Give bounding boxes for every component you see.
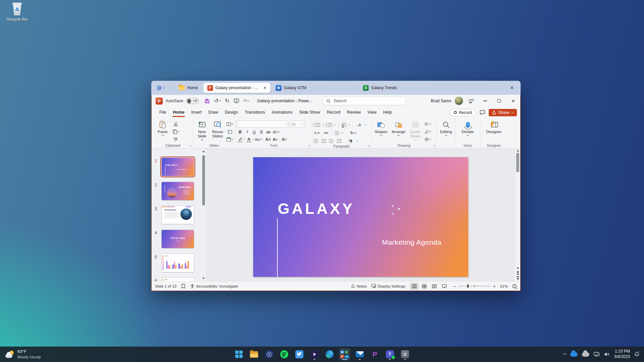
slideshow-view-button[interactable]	[440, 283, 449, 290]
new-slide-button[interactable]: New Slide	[195, 119, 210, 141]
loop-button[interactable]: P	[370, 348, 380, 360]
microsoft-365-button[interactable]: WXP	[339, 348, 350, 360]
next-slide-button[interactable]	[517, 276, 519, 280]
increase-font-size-button[interactable]: A˄	[265, 136, 271, 142]
weather-widget[interactable]: 63°F Mostly cloudy	[0, 347, 46, 362]
close-tab-icon[interactable]: ✕	[263, 86, 266, 90]
shape-fill-button[interactable]	[424, 121, 432, 127]
columns-icon[interactable]	[335, 131, 340, 135]
slide-thumbnail-1[interactable]: GALAXY Marketing Agenda	[162, 158, 194, 176]
text-shadow-button[interactable]: S	[258, 129, 265, 135]
ribbon-tab-insert[interactable]: Insert	[188, 108, 205, 118]
ribbon-tab-home[interactable]: Home	[170, 108, 187, 118]
undo-button[interactable]: ↺	[214, 98, 220, 104]
zoom-out-button[interactable]: −	[453, 284, 456, 289]
ribbon-tab-view[interactable]: View	[365, 108, 380, 118]
ribbon-tab-help[interactable]: Help	[380, 108, 395, 118]
slide-thumbnail-2[interactable]: AGENDA	[162, 182, 194, 200]
shapes-button[interactable]: Shapes	[373, 119, 389, 136]
italic-button[interactable]: I	[244, 129, 251, 135]
search-input[interactable]: Search	[323, 97, 406, 105]
previous-slide-button[interactable]	[517, 271, 519, 275]
tab-home[interactable]: Home	[175, 83, 202, 93]
slide-position[interactable]: Slide 1 of 13	[155, 284, 176, 288]
canvas-scrollbar[interactable]	[515, 148, 520, 281]
share-button[interactable]: Share	[489, 109, 517, 116]
font-size-select[interactable]: 30	[289, 121, 305, 128]
tab-galaxy-gtm[interactable]: W Galaxy GTM	[272, 83, 310, 93]
character-spacing-button[interactable]: AV	[272, 129, 280, 135]
ribbon-tab-draw[interactable]: Draw	[205, 108, 221, 118]
zoom-slider[interactable]	[459, 286, 490, 286]
decrease-font-size-button[interactable]: A˅	[272, 136, 278, 142]
redo-icon[interactable]: ↻	[225, 98, 229, 104]
thumbnail-scrollbar[interactable]	[202, 150, 205, 279]
close-window-button[interactable]: ✕	[506, 84, 517, 92]
section-button[interactable]	[226, 136, 234, 143]
galaxy-app-button[interactable]: G	[400, 348, 411, 360]
cloud-paused-icon[interactable]	[582, 352, 589, 357]
highlight-color-button[interactable]	[237, 136, 244, 142]
arrange-button[interactable]: Arrange	[390, 119, 407, 136]
slide-thumbnail-6[interactable]: Table	[162, 278, 194, 281]
ribbon-tab-slideshow[interactable]: Slide Show	[296, 108, 323, 118]
powerpoint-logo-icon[interactable]: P	[156, 98, 163, 105]
file-explorer-button[interactable]	[249, 348, 260, 360]
slide-editor[interactable]: GALAXY Marketing Agenda +	[253, 157, 468, 277]
coming-soon-megaphone-icon[interactable]	[468, 98, 475, 104]
ribbon-tab-animations[interactable]: Animations	[269, 108, 296, 118]
align-left-icon[interactable]	[314, 139, 319, 143]
tray-overflow-button[interactable]	[564, 353, 566, 356]
volume-icon[interactable]	[604, 352, 610, 357]
underline-button[interactable]: U	[251, 129, 258, 135]
autosave-toggle[interactable]: Off	[186, 98, 199, 104]
zoom-level[interactable]: 51%	[500, 284, 508, 288]
onedrive-icon[interactable]	[570, 352, 578, 357]
tab-overview-button[interactable]	[155, 84, 166, 92]
align-center-icon[interactable]	[321, 139, 326, 143]
spotify-button[interactable]	[279, 348, 290, 360]
numbering-icon[interactable]	[327, 123, 332, 127]
align-text-icon[interactable]: ⇅▭	[349, 130, 357, 136]
dialog-launcher-icon[interactable]: ↘	[189, 144, 192, 147]
scrollbar-thumb[interactable]	[516, 153, 519, 172]
ribbon-tab-design[interactable]: Design	[222, 108, 241, 118]
dictate-button[interactable]: Dictate	[460, 119, 476, 136]
notification-bell-icon[interactable]: ᶻ	[634, 352, 639, 357]
zoom-in-button[interactable]: +	[493, 284, 496, 289]
start-slideshow-icon[interactable]	[234, 99, 239, 103]
clock[interactable]: 1:10 PM 5/8/2023	[614, 349, 630, 359]
scroll-up-icon[interactable]	[517, 150, 519, 152]
slide-thumbnail-5[interactable]: Chart	[162, 254, 194, 272]
font-name-select[interactable]	[237, 121, 288, 128]
zoom-slider-thumb[interactable]	[467, 284, 469, 288]
bullets-icon[interactable]	[315, 123, 320, 127]
align-right-icon[interactable]	[329, 139, 334, 143]
shape-effects-button[interactable]	[424, 136, 432, 143]
slide-title-text[interactable]: GALAXY	[278, 200, 355, 218]
quick-styles-button[interactable]: Quick Styles	[408, 119, 423, 141]
normal-view-button[interactable]	[410, 283, 419, 290]
comments-icon[interactable]	[480, 110, 485, 115]
clipchamp-button[interactable]	[309, 348, 320, 360]
increase-indent-icon[interactable]: ⇥≡	[322, 130, 329, 136]
spell-check-icon[interactable]	[181, 284, 185, 289]
record-button[interactable]: Record	[449, 109, 476, 116]
cut-button[interactable]	[172, 121, 180, 127]
clear-formatting-button[interactable]: A◇	[281, 136, 287, 142]
customize-quick-access-toolbar-button[interactable]	[244, 100, 249, 102]
edge-button[interactable]	[324, 348, 335, 360]
slide-thumbnail-3[interactable]: Introduction	[162, 206, 194, 224]
save-icon[interactable]	[205, 99, 210, 104]
text-direction-icon[interactable]: ↓A	[356, 122, 362, 128]
slide-layout-button[interactable]	[226, 121, 234, 127]
close-button[interactable]: ✕	[506, 95, 520, 107]
strikethrough-button[interactable]: ab	[265, 129, 272, 135]
paste-button[interactable]: Paste	[154, 119, 171, 136]
dialog-launcher-icon[interactable]: ↘	[433, 144, 435, 147]
dialog-launcher-icon[interactable]: ↘	[367, 144, 370, 147]
scroll-down-icon[interactable]	[517, 267, 519, 269]
mail-button[interactable]	[355, 348, 365, 360]
dialog-launcher-icon[interactable]: ↘	[308, 144, 311, 147]
slide-thumbnail-4[interactable]: TOPIC ONE	[162, 230, 194, 248]
